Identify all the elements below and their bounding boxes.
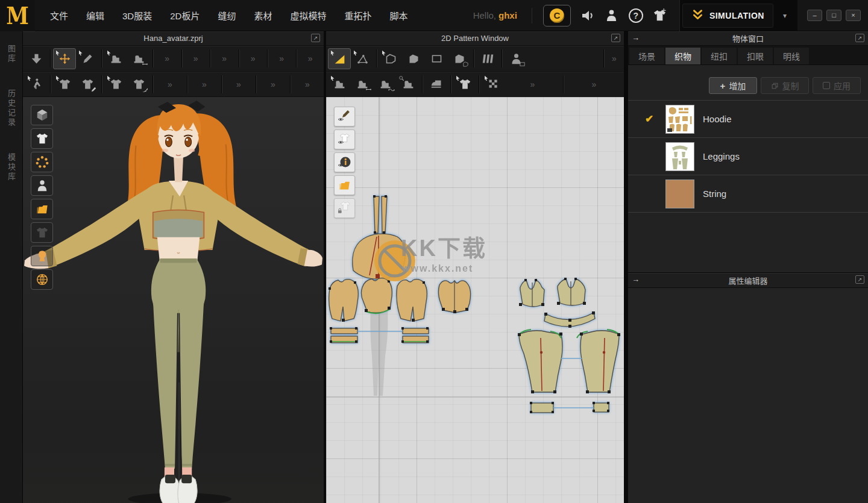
- fabric-row-hoodie[interactable]: ✔ Hoodie: [628, 101, 868, 138]
- collapse-panel-arrow-icon[interactable]: →: [632, 275, 640, 284]
- tool-edit-sewing-3d[interactable]: [104, 48, 127, 69]
- toolbar-overflow[interactable]: »: [274, 48, 289, 69]
- tool-drop-arrow[interactable]: [25, 48, 48, 69]
- tool-segment-sewing[interactable]: [351, 73, 374, 95]
- tool-edit-sewing-2d[interactable]: [328, 73, 351, 95]
- toggle-show-wireframe[interactable]: [31, 269, 53, 290]
- tool-polygon[interactable]: [402, 48, 425, 69]
- toggle-show-3d-garment[interactable]: [31, 105, 53, 125]
- menu-2d-pattern[interactable]: 2D板片: [163, 5, 206, 25]
- pattern-piece-bodice[interactable]: [329, 280, 359, 321]
- add-fabric-button[interactable]: + 增加: [709, 77, 757, 94]
- menu-script[interactable]: 脚本: [383, 5, 414, 25]
- pattern-piece-ankle-cuff[interactable]: [594, 403, 609, 412]
- pattern-piece-cuff[interactable]: [331, 328, 357, 334]
- sidebar-tab-library[interactable]: 图库: [5, 42, 17, 66]
- popout-icon[interactable]: ↗: [311, 34, 320, 42]
- tab-scene[interactable]: 场景: [629, 48, 664, 64]
- menu-sewing[interactable]: 缝纫: [211, 5, 242, 25]
- tool-edit-texture[interactable]: [482, 73, 505, 95]
- tool-check-sewing[interactable]: [397, 73, 420, 95]
- fabric-row-string[interactable]: String: [628, 175, 868, 213]
- tool-pleats[interactable]: [476, 48, 499, 69]
- pattern-piece-leg-right[interactable]: [580, 331, 619, 392]
- toolbar-overflow[interactable]: »: [587, 73, 602, 95]
- toolbar-overflow[interactable]: »: [606, 48, 622, 69]
- menu-edit[interactable]: 编辑: [80, 5, 111, 25]
- toggle-show-fabric[interactable]: [31, 199, 53, 219]
- toolbar-overflow[interactable]: »: [265, 73, 281, 95]
- toolbar-overflow[interactable]: »: [162, 73, 178, 95]
- toggle-show-fitting[interactable]: [31, 222, 53, 243]
- pattern-canvas-2d[interactable]: KK下载 www.kkx.net: [326, 97, 624, 503]
- toggle-show-fabric-2d[interactable]: [334, 175, 355, 195]
- popout-icon[interactable]: ↗: [855, 275, 864, 284]
- tool-internal-shape[interactable]: [448, 48, 471, 69]
- sidebar-tab-modules[interactable]: 模块库: [5, 151, 17, 184]
- fabric-row-leggings[interactable]: Leggings: [628, 138, 868, 175]
- pattern-piece-bodice[interactable]: [397, 280, 427, 321]
- pattern-piece-ankle-cuff[interactable]: [531, 403, 553, 413]
- tool-select-move[interactable]: [53, 48, 76, 69]
- minimize-button[interactable]: –: [807, 10, 822, 21]
- menu-file[interactable]: 文件: [43, 5, 75, 25]
- panel-splitter[interactable]: [624, 31, 628, 503]
- toolbar-overflow[interactable]: »: [231, 73, 247, 95]
- popout-icon[interactable]: ↗: [611, 34, 620, 42]
- tab-buttonhole[interactable]: 扣眼: [738, 48, 773, 64]
- tool-edit-curvature[interactable]: [379, 48, 402, 69]
- menu-material[interactable]: 素材: [247, 5, 278, 25]
- pattern-piece-drawstring[interactable]: [382, 196, 387, 233]
- tool-garment[interactable]: [453, 73, 476, 95]
- toolbar-overflow[interactable]: »: [216, 48, 232, 69]
- toggle-show-stroke[interactable]: [334, 107, 355, 127]
- tool-avatar-walk[interactable]: [25, 73, 48, 95]
- help-button[interactable]: ?: [624, 5, 648, 27]
- credits-button[interactable]: C: [543, 5, 571, 27]
- tool-pin-garment[interactable]: [53, 73, 76, 95]
- toggle-show-garment[interactable]: [31, 128, 53, 149]
- toolbar-overflow[interactable]: »: [525, 73, 541, 95]
- copy-fabric-button[interactable]: 复制: [761, 77, 809, 94]
- tool-select-brush[interactable]: [76, 48, 99, 69]
- viewport-3d[interactable]: [23, 97, 324, 503]
- tool-tape-garment[interactable]: [104, 73, 127, 95]
- tool-free-sewing[interactable]: [374, 73, 397, 95]
- menu-3d-garment[interactable]: 3D服装: [116, 5, 159, 25]
- add-garment-button[interactable]: [648, 5, 672, 27]
- toggle-show-head[interactable]: [31, 246, 53, 266]
- tool-iron[interactable]: [425, 73, 448, 95]
- tool-transform-pattern[interactable]: [328, 48, 351, 69]
- tab-fabric[interactable]: 织物: [665, 48, 700, 64]
- tool-segment-sewing-3d[interactable]: [127, 48, 150, 69]
- tool-cut-garment[interactable]: [127, 73, 150, 95]
- toggle-lock-pattern[interactable]: [334, 198, 355, 218]
- menu-avatar[interactable]: 虚拟模特: [283, 5, 333, 25]
- popout-icon[interactable]: ↗: [855, 34, 864, 42]
- toolbar-overflow[interactable]: »: [303, 48, 318, 69]
- pattern-piece-top-back[interactable]: [558, 279, 585, 305]
- toolbar-overflow[interactable]: »: [197, 73, 212, 95]
- toolbar-overflow[interactable]: »: [159, 48, 175, 69]
- tool-rectangle[interactable]: [425, 48, 448, 69]
- tool-edit-pattern[interactable]: [351, 48, 374, 69]
- tool-pen-garment[interactable]: [76, 73, 99, 95]
- simulation-dropdown[interactable]: ▾: [779, 9, 790, 22]
- simulation-button[interactable]: SIMULATION: [682, 4, 773, 28]
- toggle-show-avatar[interactable]: [31, 175, 53, 196]
- tool-pattern-on-avatar[interactable]: [505, 48, 527, 69]
- apply-fabric-button[interactable]: 应用: [813, 77, 861, 94]
- maximize-button[interactable]: □: [826, 10, 841, 21]
- toolbar-overflow[interactable]: »: [300, 73, 315, 95]
- toggle-show-particles[interactable]: [31, 152, 53, 172]
- collapse-panel-arrow-icon[interactable]: →: [632, 33, 640, 42]
- tab-button[interactable]: 纽扣: [702, 48, 737, 64]
- close-button[interactable]: ×: [846, 10, 861, 21]
- pattern-piece-cuff[interactable]: [403, 328, 429, 334]
- toggle-show-info[interactable]: [334, 152, 355, 172]
- sidebar-tab-history[interactable]: 历史记录: [5, 87, 17, 130]
- account-button[interactable]: [600, 5, 624, 27]
- toggle-show-pattern[interactable]: [334, 130, 355, 149]
- sound-button[interactable]: [576, 5, 600, 27]
- toolbar-overflow[interactable]: »: [245, 48, 261, 69]
